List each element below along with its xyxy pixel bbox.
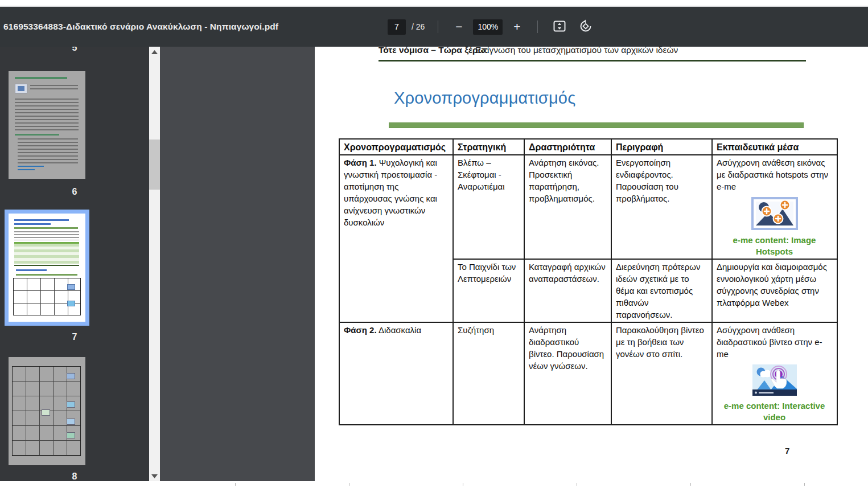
thumbnail-label-page-7: 7: [0, 332, 149, 342]
rotate-counterclockwise-icon: [578, 19, 593, 35]
pdf-toolbar: 616953364883-Διδακτικό σενάριο Ανακύκλωσ…: [0, 7, 868, 47]
section-heading: Χρονοπρογραμματισμός: [394, 89, 575, 108]
col-header-description: Περιγραφή: [611, 139, 712, 155]
cell-phase1b-media: Δημιουργία και διαμοιρασμός εννοιολογικο…: [712, 259, 837, 322]
scroll-down-icon: [151, 474, 158, 478]
media-caption: e-me content: Interactive video: [717, 400, 832, 423]
thumbnail-label-page-5: 5: [0, 47, 149, 53]
toolbar-divider: [537, 20, 538, 33]
thumbnail-label-page-6: 6: [0, 187, 149, 197]
cell-phase2-strategy: Συζήτηση: [453, 322, 524, 425]
thumbnail-page-8-preview: [9, 357, 85, 465]
prior-table-last-row: Τότε νόμισα – Τώρα ξέρω: Επίγνωση του με…: [315, 47, 868, 59]
scroll-down-button[interactable]: [149, 471, 160, 481]
table-row-phase2: Φάση 2. Διδασκαλία Συζήτηση Ανάρτηση δια…: [339, 322, 837, 425]
thumbnail-page-7-selected[interactable]: [5, 210, 89, 326]
table-header-row: Χρονοπρογραματισμός Στρατηγική Δραστηριό…: [339, 139, 837, 155]
scrollbar-thumb[interactable]: [149, 140, 160, 190]
sidebar-scrollbar[interactable]: [149, 47, 160, 481]
image-hotspots-icon: [717, 197, 832, 233]
cell-phase1-strategy: Βλέπω – Σκέφτομαι - Αναρωτιέμαι: [453, 155, 524, 259]
thumbnail-page-6-preview: [9, 71, 85, 179]
fit-to-page-button[interactable]: [551, 18, 568, 35]
schedule-table: Χρονοπρογραματισμός Στρατηγική Δραστηριό…: [339, 138, 838, 425]
zoom-in-button[interactable]: +: [509, 19, 524, 34]
scroll-up-icon: [151, 50, 158, 54]
fit-to-page-icon: [552, 19, 567, 35]
prior-row-value: Επίγνωση του μετασχηματισμού των αρχικών…: [475, 47, 678, 55]
page-footer-number: 7: [785, 446, 789, 456]
thumbnail-sidebar: 5 6: [0, 47, 160, 481]
cell-phase1-activity: Ανάρτηση εικόνας. Προσεκτική παρατήρηση,…: [524, 155, 611, 259]
cell-phase1-media: Ασύγχρονη ανάθεση εικόνας με διαδραστικά…: [712, 155, 837, 259]
thumbnail-page-8[interactable]: [9, 357, 85, 465]
section-divider-rule: [379, 60, 806, 61]
browser-edge-strip: [0, 0, 868, 7]
cell-phase1b-strategy: Το Παιχνίδι των Λεπτομερειών: [453, 259, 524, 322]
cell-phase1-description: Ενεργοποίηση ενδιαφέροντος. Παρουσίαση τ…: [611, 155, 712, 259]
zoom-level-display: 100%: [473, 19, 503, 35]
pdf-viewer-window: 616953364883-Διδακτικό σενάριο Ανακύκλωσ…: [0, 0, 868, 488]
cell-phase2-activity: Ανάρτηση διαδραστικού βίντεο. Παρουσίαση…: [524, 322, 611, 425]
col-header-media: Εκπαιδευτικά μέσα: [712, 139, 837, 155]
page-count-label: / 26: [412, 22, 425, 31]
col-header-strategy: Στρατηγική: [453, 139, 524, 155]
col-header-activity: Δραστηριότητα: [524, 139, 611, 155]
toolbar-divider: [438, 20, 438, 33]
viewer-body: 5 6: [0, 47, 868, 481]
page-number-input[interactable]: 7: [388, 19, 406, 35]
col-header-schedule: Χρονοπρογραματισμός: [339, 139, 453, 155]
cell-phase1b-activity: Καταγραφή αρχικών αναπαραστάσεων.: [524, 259, 611, 322]
zoom-out-button[interactable]: −: [451, 19, 466, 34]
table-row-phase1a: Φάση 1. Ψυχολογική και γνωστική προετοιμ…: [339, 155, 837, 259]
rotate-button[interactable]: [577, 18, 594, 35]
pdf-page-7: Τότε νόμισα – Τώρα ξέρω: Επίγνωση του με…: [315, 47, 868, 481]
thumbnail-label-page-8: 8: [0, 471, 149, 481]
scroll-up-button[interactable]: [149, 47, 160, 57]
cell-phase2-media: Ασύγχρονη ανάθεση διαδραστικού βίντεο στ…: [712, 322, 837, 425]
cell-phase2-description: Παρακολούθηση βίντεο με τη βοήθεια των γ…: [611, 322, 712, 425]
cell-phase1: Φάση 1. Ψυχολογική και γνωστική προετοιμ…: [339, 155, 453, 322]
interactive-video-icon: [717, 364, 832, 399]
browser-bottom-strip: [0, 481, 868, 488]
toolbar-controls: 7 / 26 − 100% +: [388, 7, 603, 47]
document-scroll-area[interactable]: Τότε νόμισα – Τώρα ξέρω: Επίγνωση του με…: [160, 47, 868, 481]
thumbnail-page-7-preview: [9, 214, 85, 322]
media-caption: e-me content: Image Hotspots: [717, 235, 832, 257]
document-title: 616953364883-Διδακτικό σενάριο Ανακύκλωσ…: [3, 7, 278, 47]
cell-phase1b-description: Διερεύνηση πρότερων ιδεών σχετικά με το …: [611, 259, 712, 322]
prior-row-label: Τότε νόμισα – Τώρα ξέρω:: [379, 47, 488, 55]
cell-phase2: Φάση 2. Διδασκαλία: [339, 322, 453, 425]
thumbnail-page-6[interactable]: [9, 71, 85, 179]
heading-accent-bar: [389, 122, 804, 128]
